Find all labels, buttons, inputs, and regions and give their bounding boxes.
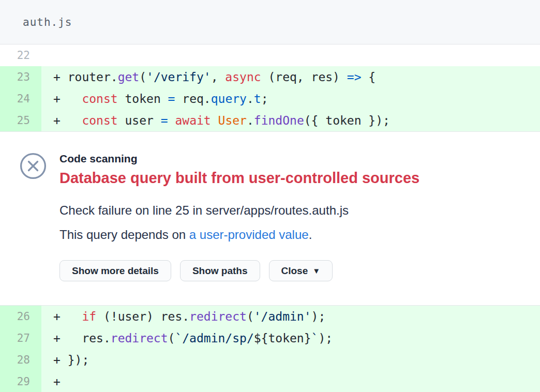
code-token: + res. [53,331,111,345]
diff-block-before: 2223+ router.get('/verify', async (req, … [0,44,540,131]
code-token: t [254,92,261,105]
code-content: + if (!user) res.redirect('/admin'); [41,306,540,327]
diff-block-after: 26+ if (!user) res.redirect('/admin');27… [0,306,540,392]
failure-x-circle-icon [20,153,47,179]
code-content: + res.redirect(`/admin/sp/${token}`); [41,327,540,349]
diff-line-23: 23+ router.get('/verify', async (req, re… [0,66,540,88]
show-paths-button[interactable]: Show paths [180,260,260,281]
line-number: 25 [0,110,41,131]
code-content: + const token = req.query.t; [41,88,540,110]
close-button-label: Close [281,265,308,277]
description-suffix: . [309,228,312,242]
code-token: => [347,70,362,84]
alert-tool-label: Code scanning [59,153,519,165]
line-number: 27 [0,327,41,349]
alert-body: Code scanning Database query built from … [59,153,519,305]
code-token: user [118,114,161,127]
alert-description: This query depends on a user-provided va… [59,228,519,242]
code-token: token [118,92,168,105]
code-content: + const user = await User.findOne({ toke… [41,110,540,131]
diff-line-29: 29+ [0,371,540,392]
code-token: + [53,310,82,323]
code-token: redirect [189,310,247,323]
code-token: = [168,92,175,105]
code-token: , [211,70,226,84]
diff-line-22: 22 [0,44,540,66]
code-token: User [218,114,247,127]
alert-detail-text: Check failure on line 25 in server/apps/… [59,203,519,218]
code-token: req. [175,92,211,105]
alert-title: Database query built from user-controlle… [59,170,519,187]
diff-line-25: 25+ const user = await User.findOne({ to… [0,110,540,131]
user-provided-value-link[interactable]: a user-provided value [189,228,309,242]
code-token: + [53,114,82,127]
code-token: (!user) res. [96,310,189,323]
code-token: { [361,70,376,84]
code-token: ); [318,331,333,345]
code-token: ( [247,310,254,323]
code-token: get [118,70,140,84]
code-token: . [247,92,254,105]
code-token: ( [168,331,175,345]
code-token: '/admin' [254,310,311,323]
diff-line-27: 27+ res.redirect(`/admin/sp/${token}`); [0,327,540,349]
code-token: + router. [53,70,118,84]
code-token: await [175,114,211,127]
code-token: findOne [254,114,304,127]
code-token: + }); [53,353,89,367]
code-token: + [53,92,82,105]
line-number: 23 [0,66,41,88]
code-token: `/admin/sp/ [175,331,253,345]
code-token [168,114,175,127]
file-header: auth.js [0,0,540,44]
code-token: ; [261,92,268,105]
line-number: 22 [0,44,41,66]
line-number: 28 [0,349,41,371]
show-more-details-button[interactable]: Show more details [59,260,171,281]
code-token: const [82,114,117,127]
diff-line-28: 28+ }); [0,349,540,371]
diff-line-24: 24+ const token = req.query.t; [0,88,540,110]
code-token: const [82,92,117,105]
description-prefix: This query depends on [59,228,189,242]
code-token: = [161,114,168,127]
code-token [211,114,218,127]
code-token: async [225,70,261,84]
code-content: + router.get('/verify', async (req, res)… [41,66,540,88]
alert-actions: Show more details Show paths Close▼ [59,260,519,281]
code-token: '/verify' [146,70,211,84]
code-content: + }); [41,349,540,371]
code-content: + [41,371,540,392]
code-scanning-alert: Code scanning Database query built from … [0,131,540,306]
diff-line-26: 26+ if (!user) res.redirect('/admin'); [0,306,540,327]
file-name: auth.js [23,16,72,28]
code-token: query [211,92,247,105]
code-token: ({ token }); [304,114,390,127]
code-token: ${token} [254,331,311,345]
code-token: redirect [111,331,168,345]
dropdown-caret-icon: ▼ [312,266,320,275]
line-number: 29 [0,371,41,392]
code-content [41,44,540,66]
code-token: + [53,375,61,388]
code-token: ` [311,331,319,345]
code-token: if [82,310,96,323]
close-dropdown-button[interactable]: Close▼ [269,260,333,281]
code-token: ); [311,310,326,323]
code-token: ( [139,70,146,84]
line-number: 26 [0,306,41,327]
code-token: (req, res) [261,70,347,84]
code-token: . [247,114,254,127]
line-number: 24 [0,88,41,110]
